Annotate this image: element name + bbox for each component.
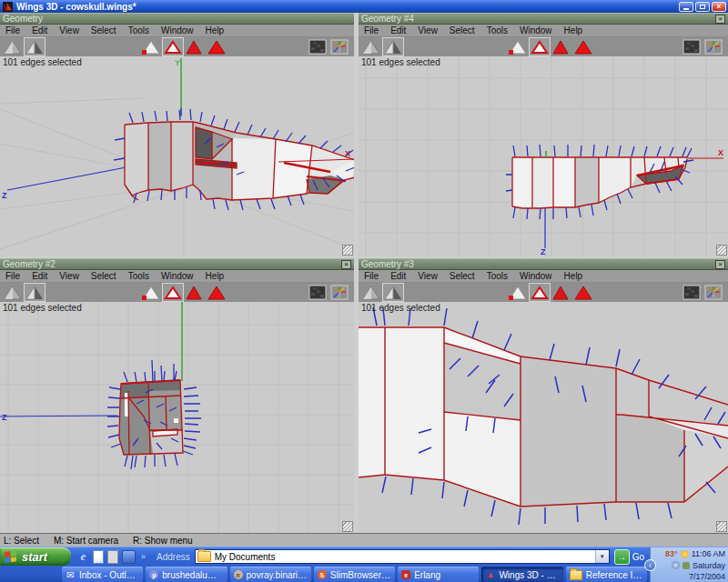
menu-edit[interactable]: Edit <box>390 25 406 35</box>
menu-select[interactable]: Select <box>450 271 475 281</box>
menu-window[interactable]: Window <box>520 25 552 35</box>
viewport-close-button[interactable]: × <box>341 260 351 269</box>
vertex-select-button[interactable] <box>508 38 528 55</box>
body-select-button[interactable] <box>573 284 593 301</box>
menu-window[interactable]: Window <box>520 271 552 281</box>
document-icon[interactable] <box>107 550 118 564</box>
3d-canvas-zoomed[interactable]: 101 edges selected <box>359 302 728 533</box>
menu-help[interactable]: Help <box>564 271 583 281</box>
menu-select[interactable]: Select <box>450 25 475 35</box>
menu-edit[interactable]: Edit <box>32 271 47 281</box>
3d-canvas-front[interactable]: 101 edges selected Z <box>0 302 354 533</box>
menu-tools[interactable]: Tools <box>487 271 508 281</box>
network-icon[interactable] <box>672 561 680 569</box>
viewport-header[interactable]: Geometry #4 × <box>359 13 728 25</box>
edge-select-button[interactable] <box>163 38 183 55</box>
menu-file[interactable]: File <box>364 271 379 281</box>
3d-canvas-perspective[interactable]: 101 edges selected Y Z <box>0 56 354 256</box>
taskbar-button-wings3d[interactable]: ▲Wings 3D - cowskul... <box>481 567 562 582</box>
ground-plane-toggle-button[interactable] <box>682 38 702 55</box>
axes-toggle-button[interactable] <box>329 38 349 55</box>
menu-help[interactable]: Help <box>564 25 583 35</box>
menu-select[interactable]: Select <box>91 271 116 281</box>
axes-toggle-button[interactable] <box>703 38 723 55</box>
vertex-select-button[interactable] <box>141 38 161 55</box>
resize-grip[interactable] <box>342 521 353 532</box>
flat-shade-button[interactable] <box>25 284 45 301</box>
taskbar-button-folder[interactable]: Reference Images <box>566 567 647 582</box>
menu-window[interactable]: Window <box>161 271 194 281</box>
close-button[interactable]: × <box>712 2 726 12</box>
smooth-shade-button[interactable] <box>361 284 381 301</box>
quick-launch-overflow-chevron[interactable]: » <box>141 552 146 561</box>
menu-view[interactable]: View <box>418 271 438 281</box>
face-select-button[interactable] <box>551 284 571 301</box>
menu-view[interactable]: View <box>418 25 438 35</box>
body-select-button[interactable] <box>573 38 593 55</box>
face-select-button[interactable] <box>185 38 205 55</box>
ground-plane-toggle-button[interactable] <box>682 284 702 301</box>
internet-explorer-icon[interactable]: e <box>77 550 89 564</box>
taskbar-button-erlang[interactable]: eErlang <box>398 567 479 582</box>
menu-window[interactable]: Window <box>161 25 194 35</box>
ground-plane-toggle-button[interactable] <box>308 38 328 55</box>
menu-help[interactable]: Help <box>206 25 225 35</box>
face-select-button[interactable] <box>185 284 205 301</box>
tray-collapse-button[interactable]: ‹ <box>644 559 656 571</box>
body-select-button[interactable] <box>207 38 227 55</box>
menu-select[interactable]: Select <box>91 25 116 35</box>
taskbar-button-slimbrowser[interactable]: SSlimBrowser - [Goo... <box>314 567 395 582</box>
axes-toggle-button[interactable] <box>703 284 723 301</box>
menu-file[interactable]: File <box>5 271 20 281</box>
menu-edit[interactable]: Edit <box>32 25 47 35</box>
viewport-close-button[interactable]: × <box>715 15 725 24</box>
minimize-button[interactable] <box>679 2 693 12</box>
menu-edit[interactable]: Edit <box>390 271 406 281</box>
menu-view[interactable]: View <box>59 271 79 281</box>
address-bar[interactable]: My Documents ▼ <box>195 549 610 564</box>
smooth-shade-button[interactable] <box>3 284 23 301</box>
weather-icon[interactable] <box>681 550 689 558</box>
flat-shade-button[interactable] <box>383 38 403 55</box>
resize-grip[interactable] <box>716 521 727 532</box>
edge-select-button[interactable] <box>530 284 550 301</box>
z-axis-label: Z <box>541 247 546 256</box>
menu-tools[interactable]: Tools <box>128 25 149 35</box>
resize-grip[interactable] <box>716 245 727 256</box>
axes-toggle-button[interactable] <box>329 284 349 301</box>
viewport-header[interactable]: Geometry #2 × <box>0 258 354 270</box>
menu-help[interactable]: Help <box>206 271 225 281</box>
viewport-header[interactable]: Geometry #3 × <box>359 258 728 270</box>
application-icon[interactable] <box>122 550 136 564</box>
face-select-button[interactable] <box>551 38 571 55</box>
resize-grip[interactable] <box>342 245 353 256</box>
taskbar-button-newsgroup[interactable]: npovray.binaries.im... <box>230 567 311 582</box>
flat-shade-button[interactable] <box>383 284 403 301</box>
address-dropdown-button[interactable]: ▼ <box>595 550 609 563</box>
taskbar-button-outlook-mail[interactable]: ✉Inbox - Outlook Ex... <box>62 567 143 582</box>
start-button[interactable]: start <box>0 547 71 566</box>
viewport-close-button[interactable]: × <box>715 260 725 269</box>
go-arrow-icon[interactable]: → <box>614 549 630 565</box>
menu-tools[interactable]: Tools <box>128 271 149 281</box>
edge-select-button[interactable] <box>530 38 550 55</box>
vertex-select-button[interactable] <box>141 284 161 301</box>
edge-select-button[interactable] <box>163 284 183 301</box>
agent-icon[interactable] <box>682 562 690 569</box>
3d-canvas-side[interactable]: 101 edges selected Z <box>359 56 728 256</box>
vertex-select-button[interactable] <box>508 284 528 301</box>
window-titlebar[interactable]: Wings 3D - cowskull.wings* × <box>0 0 728 13</box>
flat-shade-button[interactable] <box>25 38 45 55</box>
body-select-button[interactable] <box>207 284 227 301</box>
ground-plane-toggle-button[interactable] <box>308 284 328 301</box>
menu-file[interactable]: File <box>364 25 379 35</box>
taskbar-button-povray-file[interactable]: pbrushedalum.pov:li... <box>146 567 227 582</box>
web-page-icon[interactable] <box>93 550 104 564</box>
viewport-header[interactable]: Geometry <box>0 13 354 25</box>
menu-tools[interactable]: Tools <box>487 25 508 35</box>
smooth-shade-button[interactable] <box>3 38 23 55</box>
smooth-shade-button[interactable] <box>361 38 381 55</box>
menu-file[interactable]: File <box>5 25 20 35</box>
restore-button[interactable] <box>695 2 710 12</box>
menu-view[interactable]: View <box>59 25 79 35</box>
